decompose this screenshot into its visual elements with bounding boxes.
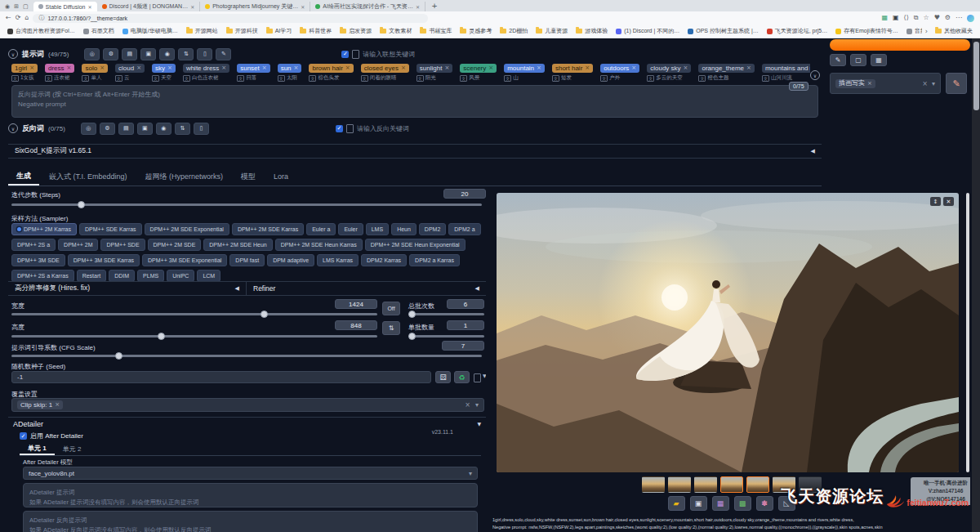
sixgod-collapse-icon[interactable]: ◀ bbox=[811, 148, 815, 154]
open-folder-button[interactable]: ▰ bbox=[668, 496, 685, 511]
tab-生成[interactable]: 生成 bbox=[8, 168, 39, 186]
prompt-tool-button[interactable]: ▤ bbox=[122, 48, 137, 60]
fullscreen-icon[interactable]: ↕ bbox=[930, 197, 941, 206]
prompt-tag[interactable]: white dress×文白色连衣裙 bbox=[183, 64, 229, 83]
profile-avatar-icon[interactable]: ◉ bbox=[5, 3, 10, 10]
seed-dropdown-icon[interactable]: ▼ bbox=[483, 373, 486, 378]
tag-chip[interactable]: sun× bbox=[278, 64, 302, 73]
prompt-tool-button[interactable]: ▣ bbox=[140, 48, 156, 60]
tag-chip[interactable]: short hair× bbox=[552, 64, 593, 73]
width-value[interactable]: 1424 bbox=[335, 299, 377, 309]
batch-count-slider[interactable] bbox=[408, 313, 484, 315]
browser-tab[interactable]: Stable Diffusion✕ bbox=[33, 2, 97, 11]
override-settings-box[interactable]: Clip skip: 1× × ▾ bbox=[11, 398, 484, 412]
style-chip-remove-icon[interactable]: × bbox=[867, 81, 872, 87]
batch-size-slider[interactable] bbox=[408, 335, 484, 338]
assist-keyword-input[interactable]: 请输入联想关键词 bbox=[363, 50, 415, 59]
sampler-option[interactable]: DPM++ 2M SDE Exponential bbox=[145, 223, 229, 235]
style-clear-icon[interactable]: × bbox=[922, 80, 928, 87]
negative-assist-checkbox[interactable]: ✓ bbox=[336, 125, 343, 132]
save-button[interactable]: ▣ bbox=[690, 496, 707, 511]
gallery-thumbnail[interactable] bbox=[746, 476, 769, 493]
tag-remove-icon[interactable]: × bbox=[401, 65, 406, 71]
adetailer-accordion[interactable]: ADetailer ▼ bbox=[8, 417, 486, 430]
style-dropdown-icon[interactable]: ▾ bbox=[932, 80, 935, 87]
bookmark-item[interactable]: 儿童资源 bbox=[532, 27, 572, 35]
browser-tab[interactable]: Discord | 4频道 | DONGMAN…✕ bbox=[97, 2, 201, 11]
cfg-slider-knob[interactable] bbox=[115, 352, 122, 360]
gallery-thumbnail[interactable] bbox=[720, 476, 743, 493]
tag-remove-icon[interactable]: × bbox=[29, 65, 34, 71]
prompt-tag[interactable]: closed eyes×文闭着的眼睛 bbox=[361, 64, 409, 83]
generate-tool-button[interactable]: ▢ bbox=[850, 54, 866, 66]
site-info-icon[interactable]: ⓘ bbox=[38, 14, 44, 22]
sampler-option[interactable]: DPM2 bbox=[419, 223, 446, 235]
prompt-tag[interactable]: 1girl×文1女孩 bbox=[11, 64, 38, 83]
sampler-option[interactable]: LCM bbox=[197, 270, 220, 282]
prompt-tag[interactable]: orange_theme×文橙色主题 bbox=[698, 64, 754, 83]
negative-collapse-icon[interactable]: ∨ bbox=[8, 123, 18, 133]
negative-tool-button[interactable]: ◉ bbox=[156, 123, 172, 135]
prompt-tag[interactable]: outdoors×文户外 bbox=[600, 64, 639, 83]
bookmark-item[interactable]: 书籍宝库 bbox=[416, 27, 456, 35]
save-zip-button[interactable]: ▦ bbox=[712, 496, 729, 511]
bookmark-item[interactable]: 灵感参考 bbox=[456, 27, 496, 35]
tag-remove-icon[interactable]: × bbox=[537, 65, 541, 71]
seed-extra-checkbox[interactable] bbox=[474, 373, 481, 382]
generated-image[interactable]: ↕ ✕ bbox=[497, 193, 959, 472]
tab-嵌入式 (T.I. Embedding)[interactable]: 嵌入式 (T.I. Embedding) bbox=[41, 168, 136, 186]
prompt-tag[interactable]: sunset×文日落 bbox=[237, 64, 270, 83]
tag-remove-icon[interactable]: × bbox=[345, 65, 350, 71]
cfg-slider[interactable] bbox=[11, 355, 482, 357]
sampler-option[interactable]: DPM++ 3M SDE Exponential bbox=[142, 254, 227, 266]
prompt-tool-button[interactable]: ▯ bbox=[197, 48, 212, 60]
prompt-tag[interactable]: mountain×文山 bbox=[504, 64, 545, 83]
adetailer-negative-textarea[interactable]: ADetailer 反向提示词 如果 ADetailer 反向提示词没有填写内容… bbox=[23, 511, 478, 532]
prompt-tag[interactable]: cloud×文云 bbox=[115, 64, 145, 83]
prompt-tag[interactable]: scenery×文风景 bbox=[460, 64, 497, 83]
close-image-icon[interactable]: ✕ bbox=[943, 197, 954, 206]
override-dropdown-icon[interactable]: ▾ bbox=[475, 401, 479, 409]
sampler-option[interactable]: DPM++ 2M SDE Karras bbox=[232, 223, 304, 235]
sampler-option[interactable]: Heun bbox=[391, 223, 416, 235]
prompt-tag[interactable]: sky×文天空 bbox=[152, 64, 176, 83]
workspaces-icon[interactable]: ▦ bbox=[881, 15, 888, 21]
sixgod-accordion[interactable]: SixGod_K提示词 v1.65.1 ◀ bbox=[8, 144, 822, 159]
gallery-thumbnail[interactable] bbox=[668, 476, 691, 493]
tag-chip[interactable]: cloudy sky× bbox=[647, 64, 691, 73]
tag-remove-icon[interactable]: × bbox=[684, 65, 688, 71]
sampler-option[interactable]: DPM++ 2S a Karras bbox=[11, 270, 74, 282]
tag-remove-icon[interactable]: × bbox=[136, 65, 141, 71]
sampler-option[interactable]: DPM++ 2M Karras bbox=[11, 223, 77, 235]
adetailer-prompt-textarea[interactable]: ADetailer 提示词 如果 ADetailer 提示词没有填写内容，则会使… bbox=[23, 483, 478, 507]
height-value[interactable]: 848 bbox=[335, 320, 377, 330]
prompt-tag[interactable]: sunlight×文阳光 bbox=[416, 64, 452, 83]
browser-essentials-icon[interactable]: ♥ bbox=[934, 15, 940, 21]
refresh-icon[interactable]: ⟳ bbox=[16, 15, 21, 21]
app-icon[interactable]: ▣ bbox=[893, 15, 899, 21]
workspace-icon[interactable]: ⊞ bbox=[14, 3, 19, 10]
sampler-option[interactable]: DPM2 a Karras bbox=[409, 254, 460, 266]
hires-fix-accordion[interactable]: 高分辨率修复 (Hires. fix) ◀ bbox=[8, 281, 247, 296]
prompt-tool-button[interactable]: ◎ bbox=[84, 48, 100, 60]
seed-input[interactable]: -1 bbox=[11, 371, 431, 383]
bookmark-item[interactable]: 飞天资源论坛, prj5… bbox=[763, 27, 832, 35]
tag-chip[interactable]: brown hair× bbox=[309, 64, 353, 73]
prompt-tag[interactable]: short hair×文短发 bbox=[552, 64, 593, 83]
height-slider-knob[interactable] bbox=[158, 333, 165, 340]
page-scrollbar[interactable] bbox=[972, 38, 980, 532]
sampler-option[interactable]: LMS Karras bbox=[317, 254, 359, 266]
prompt-tag[interactable]: mountains and rivers×文山河川流 bbox=[762, 64, 810, 83]
tag-chip[interactable]: sunlight× bbox=[416, 64, 452, 73]
send-to-inpaint-button[interactable]: ✽ bbox=[756, 496, 773, 511]
reuse-seed-recycle-button[interactable]: ♻ bbox=[454, 371, 470, 383]
swap-dimensions-button[interactable]: ⇅ bbox=[382, 321, 400, 335]
other-bookmarks[interactable]: 其他收藏夹 bbox=[931, 27, 977, 35]
height-slider[interactable] bbox=[11, 335, 377, 338]
sampler-option[interactable]: Euler bbox=[338, 223, 363, 235]
steps-slider[interactable] bbox=[11, 203, 482, 206]
batch-count-slider-knob[interactable] bbox=[408, 311, 416, 318]
new-tab-button[interactable]: + bbox=[425, 2, 443, 11]
tag-area-collapse-icon[interactable]: ∨ bbox=[810, 70, 820, 80]
sampler-option[interactable]: Euler a bbox=[306, 223, 336, 235]
